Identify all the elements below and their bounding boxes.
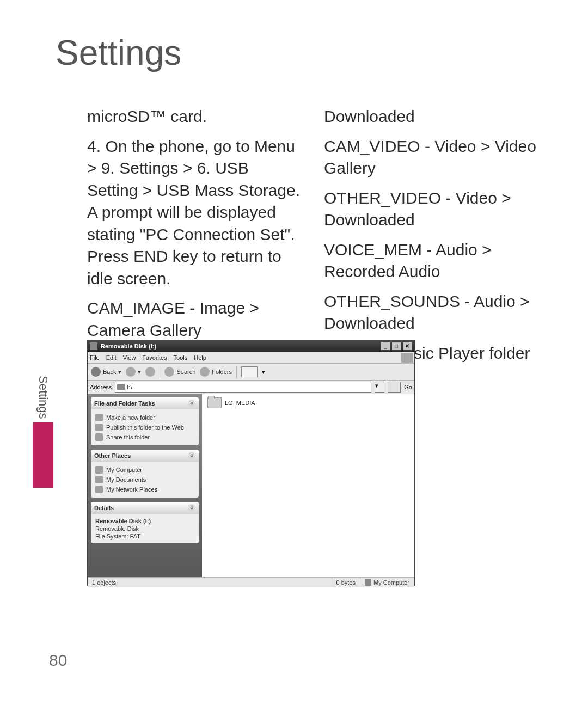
collapse-icon[interactable]: « — [188, 452, 195, 459]
forward-button[interactable]: ▾ — [126, 367, 141, 377]
right-p3: OTHER_VIDEO - Video > Downloaded — [324, 187, 539, 231]
collapse-icon[interactable]: « — [188, 504, 195, 512]
toolbar: Back ▾ ▾ Search Folders ▾ — [88, 364, 414, 381]
window-title: Removable Disk (I:) — [101, 343, 381, 350]
drive-icon — [117, 384, 125, 390]
maximize-button[interactable]: □ — [391, 342, 401, 351]
address-field[interactable]: I:\ — [115, 382, 371, 393]
manual-page: Settings microSD™ card. 4. On the phone,… — [0, 0, 588, 705]
menu-favorites[interactable]: Favorites — [142, 354, 167, 361]
left-step: 4. On the phone, go to Menu > 9. Setting… — [87, 136, 302, 290]
folder-icon — [207, 397, 222, 408]
collapse-icon[interactable]: « — [188, 400, 195, 407]
my-computer-icon — [95, 466, 103, 474]
details-type: Removable Disk — [95, 525, 194, 532]
status-bytes: 0 bytes — [332, 578, 360, 587]
close-button[interactable]: ✕ — [402, 342, 412, 351]
search-label: Search — [176, 369, 195, 375]
file-folder-tasks-panel: File and Folder Tasks « Make a new folde… — [91, 397, 199, 445]
details-name: Removable Disk (I:) — [95, 517, 194, 525]
share-icon — [95, 433, 103, 441]
left-column: microSD™ card. 4. On the phone, go to Me… — [87, 106, 302, 379]
new-folder-icon — [95, 414, 103, 421]
menu-bar: File Edit View Favorites Tools Help — [88, 352, 414, 364]
windows-flag-icon — [401, 353, 413, 363]
left-p2: On the phone, go to Menu > 9. Settings >… — [87, 137, 300, 199]
folders-label: Folders — [212, 369, 232, 375]
status-location: My Computer — [360, 578, 414, 587]
tasks-pane: File and Folder Tasks « Make a new folde… — [88, 394, 202, 577]
right-p1: Downloaded — [324, 106, 539, 128]
content-pane[interactable]: LG_MEDIA — [202, 394, 414, 577]
menu-tools[interactable]: Tools — [174, 354, 188, 361]
titlebar[interactable]: Removable Disk (I:) _ □ ✕ — [88, 340, 414, 352]
back-icon — [91, 367, 101, 377]
network-places-icon — [95, 486, 103, 493]
details-filesystem: File System: FAT — [95, 532, 194, 540]
publish-icon — [95, 424, 103, 431]
panel-heading: File and Folder Tasks — [94, 400, 155, 407]
panel-heading: Other Places — [94, 452, 131, 459]
status-bar: 1 objects 0 bytes My Computer — [88, 577, 414, 587]
up-button[interactable] — [145, 367, 155, 377]
task-item[interactable]: Make a new folder — [95, 413, 194, 422]
place-item[interactable]: My Network Places — [95, 485, 194, 494]
address-dropdown-button[interactable]: ▾ — [375, 382, 384, 393]
folder-label: LG_MEDIA — [225, 400, 255, 406]
address-label: Address — [90, 384, 112, 390]
right-column: Downloaded CAM_VIDEO - Video > Video Gal… — [324, 106, 539, 379]
my-documents-icon — [95, 476, 103, 483]
drive-icon — [90, 342, 97, 350]
up-icon — [145, 367, 155, 377]
explorer-window: Removable Disk (I:) _ □ ✕ File Edit View… — [87, 340, 415, 586]
task-item[interactable]: Publish this folder to the Web — [95, 422, 194, 432]
vertical-tab-bar — [33, 422, 53, 488]
right-p5: OTHER_SOUNDS - Audio > Downloaded — [324, 291, 539, 335]
folders-button[interactable]: Folders — [200, 367, 232, 377]
menu-help[interactable]: Help — [194, 354, 206, 361]
page-number: 80 — [49, 651, 67, 670]
views-button[interactable] — [241, 366, 258, 377]
left-p3: A prompt will be displayed stating "PC C… — [87, 203, 295, 287]
menu-view[interactable]: View — [123, 354, 136, 361]
my-computer-icon — [365, 579, 371, 586]
place-item[interactable]: My Computer — [95, 465, 194, 475]
address-value: I:\ — [127, 384, 132, 390]
left-p1: microSD™ card. — [87, 106, 302, 128]
body-columns: microSD™ card. 4. On the phone, go to Me… — [87, 106, 539, 379]
right-p2: CAM_VIDEO - Video > Video Gallery — [324, 136, 539, 180]
left-p4: CAM_IMAGE - Image > Camera Gallery — [87, 297, 302, 341]
search-icon — [164, 367, 174, 377]
vertical-tab: Settings — [33, 376, 53, 488]
other-places-panel: Other Places « My Computer My Documents … — [91, 450, 199, 498]
address-bar: Address I:\ ▾ Go — [88, 381, 414, 394]
folder-item[interactable]: LG_MEDIA — [207, 397, 255, 408]
menu-file[interactable]: File — [90, 354, 100, 361]
page-heading: Settings — [56, 33, 539, 73]
back-label: Back — [103, 369, 116, 375]
minimize-button[interactable]: _ — [381, 342, 390, 351]
toolbar-separator — [160, 366, 160, 378]
place-item[interactable]: My Documents — [95, 475, 194, 485]
folders-icon — [200, 367, 210, 377]
task-item[interactable]: Share this folder — [95, 432, 194, 442]
details-panel: Details « Removable Disk (I:) Removable … — [91, 502, 199, 543]
back-button[interactable]: Back ▾ — [91, 367, 121, 377]
menu-edit[interactable]: Edit — [106, 354, 117, 361]
status-objects: 1 objects — [88, 578, 332, 587]
go-button[interactable] — [388, 382, 401, 393]
search-button[interactable]: Search — [164, 367, 195, 377]
vertical-tab-label: Settings — [36, 376, 50, 419]
toolbar-separator — [236, 366, 237, 378]
forward-icon — [126, 367, 136, 377]
go-label: Go — [404, 384, 412, 390]
step-number: 4. — [87, 137, 101, 155]
panel-heading: Details — [94, 505, 114, 511]
right-p4: VOICE_MEM - Audio > Recorded Audio — [324, 239, 539, 283]
